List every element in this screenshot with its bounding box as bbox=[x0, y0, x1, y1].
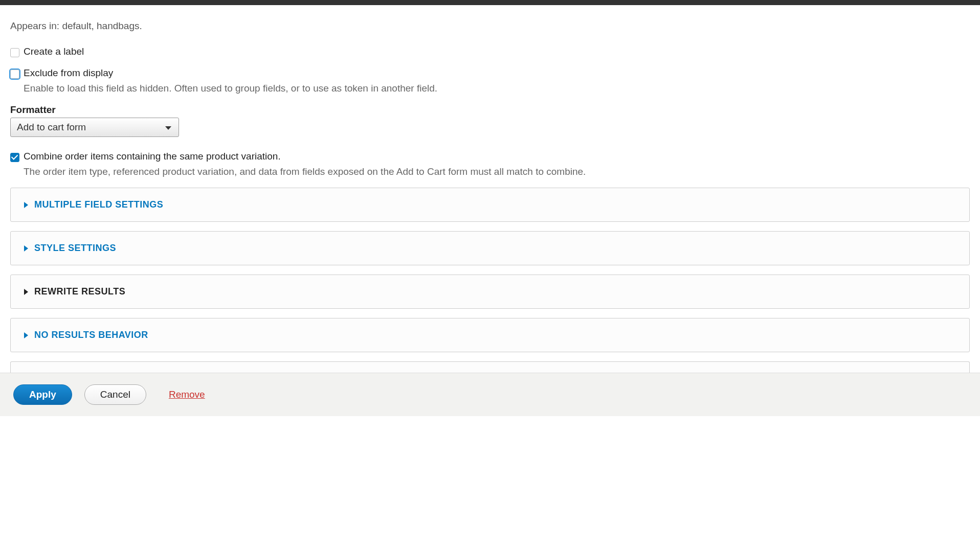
accordion-style-title: STYLE SETTINGS bbox=[34, 243, 116, 254]
triangle-right-icon bbox=[24, 245, 28, 252]
combine-order-row: Combine order items containing the same … bbox=[10, 151, 970, 177]
formatter-section: Formatter Add to cart form bbox=[10, 104, 970, 140]
triangle-right-icon bbox=[24, 289, 28, 295]
chevron-down-icon bbox=[165, 126, 171, 130]
remove-link[interactable]: Remove bbox=[169, 389, 205, 400]
exclude-display-row: Exclude from display Enable to load this… bbox=[10, 67, 970, 94]
top-divider bbox=[0, 0, 980, 5]
appears-in-text: Appears in: default, handbags. bbox=[10, 20, 970, 32]
formatter-selected-value: Add to cart form bbox=[17, 122, 86, 133]
triangle-right-icon bbox=[24, 332, 28, 338]
accordion-rewrite-title: REWRITE RESULTS bbox=[34, 286, 125, 297]
accordion-rewrite[interactable]: REWRITE RESULTS bbox=[10, 275, 970, 309]
create-label-checkbox[interactable] bbox=[10, 48, 19, 57]
accordion-multiple-field-title: MULTIPLE FIELD SETTINGS bbox=[34, 199, 163, 210]
formatter-label: Formatter bbox=[10, 104, 970, 116]
accordion-no-results-title: NO RESULTS BEHAVIOR bbox=[34, 330, 148, 340]
exclude-display-checkbox[interactable] bbox=[10, 70, 19, 79]
footer-actions: Apply Cancel Remove bbox=[0, 373, 980, 416]
formatter-select[interactable]: Add to cart form bbox=[10, 118, 179, 137]
apply-button[interactable]: Apply bbox=[13, 384, 72, 405]
triangle-right-icon bbox=[24, 202, 28, 208]
accordion-style[interactable]: STYLE SETTINGS bbox=[10, 231, 970, 265]
exclude-display-desc: Enable to load this field as hidden. Oft… bbox=[24, 83, 437, 94]
exclude-display-text: Exclude from display bbox=[24, 67, 437, 79]
form-container: Appears in: default, handbags. Create a … bbox=[0, 5, 980, 373]
accordion-no-results[interactable]: NO RESULTS BEHAVIOR bbox=[10, 318, 970, 352]
cancel-button[interactable]: Cancel bbox=[84, 384, 146, 405]
accordion-multiple-field[interactable]: MULTIPLE FIELD SETTINGS bbox=[10, 188, 970, 222]
combine-order-desc: The order item type, referenced product … bbox=[24, 166, 586, 177]
create-label-text: Create a label bbox=[24, 46, 84, 57]
combine-order-checkbox[interactable] bbox=[10, 153, 19, 162]
accordion-cutoff bbox=[10, 361, 970, 373]
combine-order-text: Combine order items containing the same … bbox=[24, 151, 586, 162]
accordion-group: MULTIPLE FIELD SETTINGS STYLE SETTINGS R… bbox=[10, 188, 970, 373]
create-label-row: Create a label bbox=[10, 46, 970, 57]
